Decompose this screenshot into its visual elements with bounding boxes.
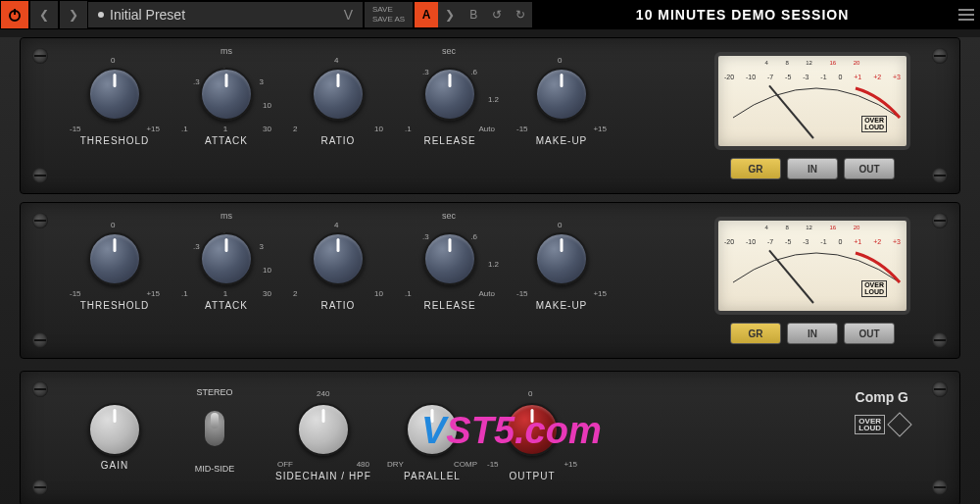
meter-gr-button[interactable]: GR: [730, 158, 781, 179]
preset-modified-icon: [98, 12, 104, 18]
next-preset-button[interactable]: ❯: [60, 1, 87, 28]
output-knob[interactable]: [506, 403, 559, 456]
sidechain-hpf-knob[interactable]: [297, 403, 350, 456]
vu-meter: 48121620 -20-10-7-5-3-10+1+2+3 OVER LOUD: [714, 217, 910, 315]
ratio-control: 4 210 RATIO: [293, 215, 383, 311]
screw-icon: [932, 479, 948, 495]
redo-button[interactable]: ↻: [509, 2, 532, 27]
release-knob[interactable]: [423, 232, 476, 285]
gain-knob[interactable]: [88, 403, 141, 456]
makeup-knob[interactable]: [535, 68, 588, 121]
ab-slot-a[interactable]: A: [415, 2, 438, 27]
screw-icon: [32, 332, 48, 348]
screw-icon: [32, 381, 48, 397]
ratio-control: 4 210 RATIO: [293, 50, 383, 146]
ab-copy-button[interactable]: ❯: [438, 2, 462, 27]
brand-logo: OVER LOUD: [855, 415, 908, 434]
preset-selector[interactable]: Initial Preset V: [88, 2, 363, 27]
diamond-icon: [887, 412, 911, 436]
meter-section: 48121620 -20-10-7-5-3-10+1+2+3 OVER LOUD…: [714, 217, 910, 344]
gain-control: GAIN: [70, 381, 160, 471]
prev-preset-button[interactable]: ❮: [30, 1, 58, 28]
top-toolbar: ❮ ❯ Initial Preset V SAVE SAVE AS A ❯ B …: [0, 0, 980, 29]
overloud-logo-icon: OVER LOUD: [855, 415, 885, 434]
makeup-control: 0 -15+15 MAKE-UP: [516, 50, 607, 146]
product-name: Comp G: [856, 389, 908, 405]
meter-out-button[interactable]: OUT: [844, 158, 895, 179]
demo-session-label: 10 MINUTES DEMO SESSION: [532, 7, 953, 23]
screw-icon: [32, 168, 48, 183]
threshold-knob[interactable]: [88, 232, 141, 285]
attack-knob[interactable]: [200, 232, 253, 285]
undo-button[interactable]: ↺: [485, 2, 509, 27]
overloud-logo-icon: OVER LOUD: [861, 280, 887, 297]
meter-out-button[interactable]: OUT: [844, 323, 895, 344]
screw-icon: [932, 332, 948, 348]
screw-icon: [32, 213, 48, 228]
release-control: sec .3 .6 1.2 .1Auto RELEASE: [405, 50, 495, 146]
save-menu[interactable]: SAVE SAVE AS: [365, 2, 413, 27]
sidechain-hpf-control: 240 OFF480 SIDECHAIN / HPF: [270, 381, 377, 481]
attack-control: ms 1 .3 3 10 .1130 ATTACK: [181, 50, 271, 146]
meter-gr-button[interactable]: GR: [730, 323, 781, 344]
screw-icon: [32, 48, 48, 64]
meter-in-button[interactable]: IN: [787, 158, 838, 179]
stereo-toggle-control: STEREO MID-SIDE: [170, 381, 260, 474]
output-control: 0 -15+15 OUTPUT: [487, 381, 577, 481]
ab-slot-b[interactable]: B: [462, 2, 485, 27]
screw-icon: [932, 213, 948, 228]
stereo-midside-switch[interactable]: [205, 411, 224, 446]
screw-icon: [932, 48, 948, 64]
attack-control: ms 1 .3 3 10 .1130 ATTACK: [181, 215, 271, 311]
master-section: GAIN STEREO MID-SIDE 240 OFF480 SIDECHAI…: [20, 371, 960, 504]
ratio-knob[interactable]: [312, 68, 365, 121]
threshold-control: 0 -15+15 THRESHOLD: [70, 50, 160, 146]
threshold-knob[interactable]: [88, 68, 141, 121]
preset-name: Initial Preset: [110, 7, 185, 23]
channel-1: 0 -15+15 THRESHOLD ms 1 .3 3 10 .1130 AT…: [20, 37, 960, 194]
chevron-down-icon: V: [344, 7, 353, 23]
screw-icon: [32, 479, 48, 495]
parallel-knob[interactable]: [406, 403, 459, 456]
threshold-control: 0 -15+15 THRESHOLD: [70, 215, 160, 311]
rack: 0 -15+15 THRESHOLD ms 1 .3 3 10 .1130 AT…: [0, 37, 980, 504]
meter-in-button[interactable]: IN: [787, 323, 838, 344]
attack-knob[interactable]: [200, 68, 253, 121]
channel-2: 0 -15+15 THRESHOLD ms 1 .3 3 10 .1130 AT…: [20, 202, 960, 359]
makeup-control: 0 -15+15 MAKE-UP: [516, 215, 607, 311]
parallel-control: DRYCOMP PARALLEL: [387, 381, 477, 481]
menu-button[interactable]: [953, 1, 980, 28]
ratio-knob[interactable]: [312, 232, 365, 285]
makeup-knob[interactable]: [535, 232, 588, 285]
release-knob[interactable]: [423, 68, 476, 121]
vu-meter: 48121620 -20-10-7-5-3-10+1+2+3 OVER LOUD: [714, 52, 910, 150]
power-button[interactable]: [1, 1, 28, 28]
screw-icon: [932, 168, 948, 183]
overloud-logo-icon: OVER LOUD: [861, 116, 887, 132]
meter-section: 48121620 -20-10-7-5-3-10+1+2+3 OVER LOUD…: [714, 52, 910, 179]
release-control: sec .3 .6 1.2 .1Auto RELEASE: [405, 215, 495, 311]
screw-icon: [932, 381, 948, 397]
